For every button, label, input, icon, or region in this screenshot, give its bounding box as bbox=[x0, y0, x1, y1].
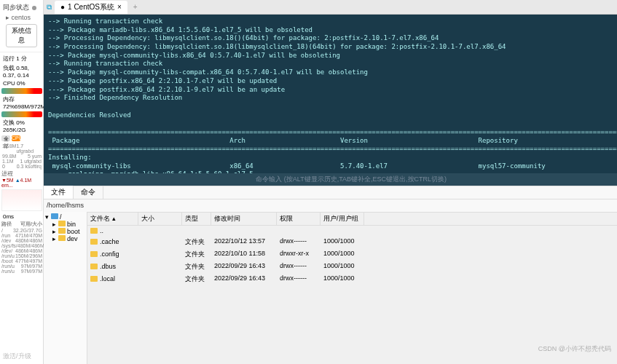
disk-row: /dev480M/486M bbox=[1, 238, 42, 243]
col-owner[interactable]: 用户/用户组 bbox=[321, 213, 364, 225]
file-row[interactable]: .. bbox=[87, 226, 617, 236]
file-row[interactable]: .local文件夹2022/09/29 16:43drwx------1000/… bbox=[87, 273, 617, 285]
command-hint-bar: 命令输入 (按ALT键显示历史,TAB键补全,ESC键退出,按CTRL切换) 历… bbox=[44, 173, 617, 186]
col-perm[interactable]: 权限 bbox=[277, 213, 321, 225]
sidebar: 同步状态 ▸ centos 系统信息 运行 1 分 负载 0.58, 0.37,… bbox=[0, 0, 44, 364]
disk-row: /run471M/470M bbox=[1, 233, 42, 238]
col-name[interactable]: 文件名 ▴ bbox=[87, 213, 138, 225]
file-row[interactable]: .config文件夹2022/10/10 11:58drwxr-xr-x1000… bbox=[87, 248, 617, 261]
mem-stat: 内存 72%698M/972M bbox=[1, 95, 42, 111]
disk-row: /run/u150M/296M bbox=[1, 253, 42, 258]
file-sidebar: ▾ / ▸ bin▸ boot▸ dev bbox=[44, 212, 87, 365]
cpu-core-0[interactable]: CPU bbox=[12, 135, 20, 141]
host-label: ▸ centos bbox=[3, 12, 40, 23]
cpu-stat: CPU 0% bbox=[1, 79, 42, 87]
tab-commands[interactable]: 命令 bbox=[74, 186, 103, 199]
disk-row: /dev/486M/486M bbox=[1, 248, 42, 253]
activate-label: 激活/升级 bbox=[3, 352, 31, 361]
cpu-core-all[interactable]: 全部 bbox=[1, 135, 10, 141]
watermark: CSDN @小许不想秃代码 bbox=[538, 344, 611, 354]
stats-panel: 运行 1 分 负载 0.58, 0.37, 0.14 CPU 0% 内存 72%… bbox=[0, 52, 44, 275]
swap-stat: 交换 0% 265K/2G bbox=[1, 118, 42, 134]
disk-row: /run/u97M/97M bbox=[1, 264, 42, 269]
file-row[interactable]: .cache文件夹2022/10/12 13:57drwx------1000/… bbox=[87, 236, 617, 248]
terminal-output[interactable]: --> Running transaction check ---> Packa… bbox=[44, 15, 617, 173]
disk-row: /run/u97M/97M bbox=[1, 269, 42, 274]
system-info-button[interactable]: 系统信息 bbox=[6, 24, 37, 47]
terminal-icon[interactable]: ⧉ bbox=[47, 3, 52, 12]
net-down-icon: ▼ bbox=[1, 178, 7, 183]
disk-row: /boot477M/497M bbox=[1, 258, 42, 264]
net-latency: 0ms bbox=[1, 213, 42, 221]
col-type[interactable]: 类型 bbox=[182, 213, 211, 225]
disk-row: /32.2G/37.7G bbox=[1, 228, 42, 233]
folder-item[interactable]: ▸ dev bbox=[45, 235, 85, 242]
proc-label: 进程 bbox=[1, 170, 42, 178]
breadcrumb[interactable]: /home/lhsms bbox=[47, 202, 84, 209]
file-toolbar: /home/lhsms 历史 ‹ › bbox=[44, 199, 617, 212]
status-dot-icon bbox=[32, 6, 36, 10]
mem-bar bbox=[1, 111, 42, 117]
folder-root[interactable]: ▾ / bbox=[45, 213, 85, 221]
folder-item[interactable]: ▸ bin bbox=[45, 221, 85, 228]
file-list-header: 文件名 ▴ 大小 类型 修改时间 权限 用户/用户组 bbox=[87, 212, 617, 226]
runtime-stat: 运行 1 分 bbox=[1, 54, 42, 63]
load-stat: 负载 0.58, 0.37, 0.14 bbox=[1, 63, 42, 79]
folder-icon bbox=[51, 213, 58, 219]
folder-item[interactable]: ▸ boot bbox=[45, 228, 85, 235]
cpu-cores: 全部 CPU bbox=[1, 135, 42, 141]
tab-files[interactable]: 文件 bbox=[44, 186, 74, 199]
cpu-bar bbox=[1, 88, 42, 94]
tab-bar: ⧉ ● 1 CentOS系统 × + ▦ ◫ bbox=[44, 0, 617, 15]
sync-status: 同步状态 bbox=[3, 3, 40, 12]
bottom-tabs: 文件 命令 bbox=[44, 186, 617, 199]
col-date[interactable]: 修改时间 bbox=[211, 213, 277, 225]
col-size[interactable]: 大小 bbox=[138, 213, 182, 225]
terminal-tab-1[interactable]: ● 1 CentOS系统 × bbox=[55, 1, 127, 14]
close-icon[interactable]: × bbox=[117, 3, 122, 11]
net-chart bbox=[1, 189, 42, 211]
net-up-icon: ▲ bbox=[15, 178, 20, 183]
disk-row: /sys/fs/480M/486M bbox=[1, 243, 42, 248]
file-row[interactable]: .dbus文件夹2022/09/29 16:43drwx------1000/1… bbox=[87, 261, 617, 273]
add-tab-button[interactable]: + bbox=[130, 3, 141, 11]
